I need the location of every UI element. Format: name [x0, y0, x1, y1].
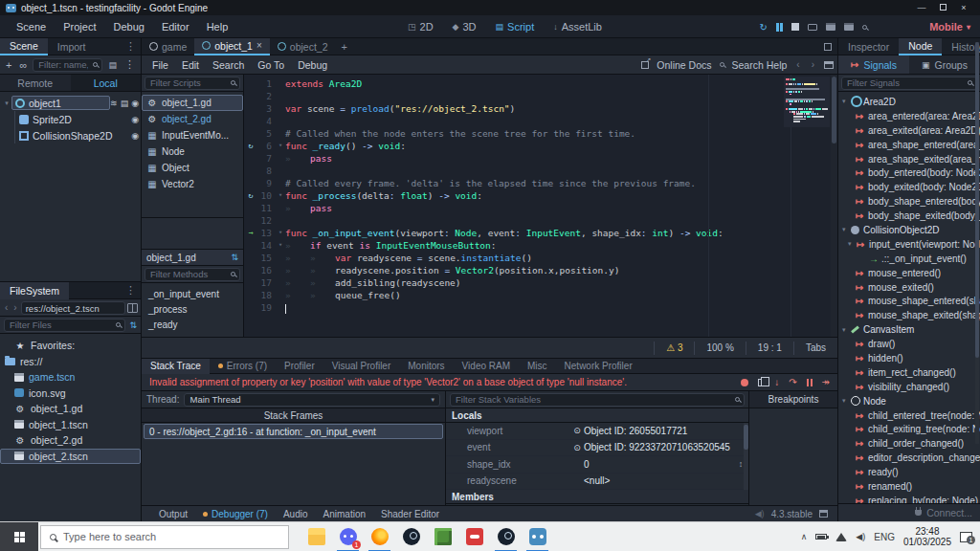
signal-connections-icon[interactable]: ≋ — [110, 99, 118, 108]
signal-tree-row[interactable]: Node — [838, 394, 980, 408]
line-number[interactable]: 1 — [257, 77, 276, 90]
split-view-icon[interactable] — [127, 303, 138, 313]
file-row[interactable]: object_2.tscn — [0, 449, 141, 465]
workspace-tab[interactable]: ◳ 2D — [400, 15, 441, 38]
float-panel-icon[interactable] — [824, 61, 834, 69]
signal-tree-row[interactable]: child_order_changed() — [838, 436, 980, 451]
break-icon[interactable] — [741, 379, 748, 386]
fold-arrow-icon[interactable]: ▾ — [276, 239, 285, 252]
dock-tab[interactable]: Inspector — [838, 38, 899, 55]
copy-error-icon[interactable] — [758, 379, 765, 386]
distraction-free-icon[interactable] — [824, 43, 832, 51]
keyboard-language[interactable]: ENG — [874, 532, 895, 542]
pause-button[interactable] — [776, 23, 783, 32]
code-line-15[interactable]: 15»»var readyscene = scene.instantiate() — [244, 252, 837, 264]
signal-tree-row[interactable]: renamed() — [838, 479, 980, 494]
script-list-item[interactable]: object_2.gd — [142, 111, 243, 127]
signal-tree-row[interactable]: input_event(viewport: Nod... — [838, 237, 980, 252]
scene-tab[interactable]: object_2 — [270, 38, 336, 55]
current-path[interactable]: res://object_2.tscn — [21, 301, 125, 315]
line-number[interactable]: 14 — [257, 239, 276, 252]
bottom-panel-tab[interactable]: Output — [151, 509, 195, 519]
step-over-icon[interactable]: ↷ — [789, 377, 796, 387]
signal-tree-row[interactable]: .::_on_input_event() — [838, 252, 980, 266]
code-line-16[interactable]: 16»»readyscene.position = Vector2(positi… — [244, 264, 837, 276]
visibility-eye-icon[interactable]: ◉ — [131, 99, 139, 108]
scene-node-collisionshape2d[interactable]: CollisionShape2D ◉ — [0, 127, 141, 143]
code-line-8[interactable]: 8 — [244, 165, 837, 177]
menu-item[interactable]: Project — [55, 21, 104, 33]
groups-tab[interactable]: ▣ Groups — [909, 55, 980, 74]
history-forward-icon[interactable]: › — [810, 59, 816, 70]
signal-tree-row[interactable]: Area2D — [838, 95, 980, 109]
signals-tab[interactable]: ↦ Signals — [838, 55, 909, 74]
script-list-item[interactable]: object_1.gd — [142, 95, 243, 111]
taskbar-app-button[interactable] — [458, 522, 490, 551]
filter-stack-variables-input[interactable] — [450, 393, 745, 407]
code-line-18[interactable]: 18»»queue_free() — [244, 289, 837, 301]
line-number[interactable]: 9 — [257, 177, 276, 189]
code-line-5[interactable]: 5# Called when the node enters the scene… — [244, 127, 837, 140]
signal-tree-row[interactable]: body_exited(body: Node2D) — [838, 180, 980, 194]
attach-script-icon[interactable]: ▤ — [106, 60, 119, 70]
nav-forward-icon[interactable]: › — [11, 302, 18, 313]
code-line-12[interactable]: 12 — [244, 214, 837, 227]
local-variable-row[interactable]: shape_idx 0 — [446, 456, 748, 474]
workspace-tab[interactable]: ◆ 3D — [445, 15, 484, 38]
wifi-icon[interactable] — [835, 533, 847, 541]
pin-panel-icon[interactable] — [819, 510, 828, 518]
line-number[interactable]: 8 — [257, 165, 276, 177]
add-node-button[interactable]: + — [4, 59, 13, 71]
filter-signals-input[interactable] — [841, 77, 977, 90]
line-number[interactable]: 5 — [257, 127, 276, 140]
line-number[interactable]: 4 — [257, 115, 276, 127]
line-number[interactable]: 11 — [257, 202, 276, 214]
code-text[interactable]: »»readyscene.position = Vector2(position… — [285, 264, 619, 276]
code-text[interactable]: func _process(delta: float) -> void: — [285, 189, 482, 202]
debugger-tab[interactable]: Monitors — [399, 359, 453, 374]
clock[interactable]: 23:48 01/03/2025 — [903, 526, 951, 547]
dock-tab[interactable]: Node — [899, 38, 942, 55]
bottom-panel-tab[interactable]: Audio — [276, 509, 316, 519]
scene-node-sprite2d[interactable]: Sprite2D ◉ — [0, 111, 141, 127]
movie-maker-icon[interactable] — [826, 23, 835, 31]
dock-tab[interactable]: Import — [48, 38, 96, 55]
line-number[interactable]: 2 — [257, 90, 276, 102]
warnings-counter[interactable]: ⚠ 3 — [654, 342, 694, 355]
signal-tree-row[interactable]: body_shape_entered(body_... — [838, 194, 980, 209]
line-number[interactable]: 16 — [257, 264, 276, 276]
code-text[interactable]: func _ready() -> void: — [285, 140, 406, 152]
sort-files-icon[interactable]: ⇅ — [129, 320, 137, 330]
line-number[interactable]: 6 — [257, 140, 276, 152]
taskbar-app-button[interactable] — [364, 522, 395, 551]
signal-tree-row[interactable]: area_shape_entered(area_r... — [838, 138, 980, 152]
code-line-9[interactable]: 9# Called every frame. 'delta' is the el… — [244, 177, 837, 189]
maximize-button[interactable] — [932, 3, 953, 12]
debug-pause-icon[interactable] — [807, 379, 813, 386]
sort-methods-icon[interactable]: ⇅ — [231, 253, 238, 262]
script-list-item[interactable]: Node — [142, 143, 243, 160]
taskbar-search[interactable] — [40, 525, 289, 549]
script-menu-item[interactable]: File — [145, 59, 175, 71]
bottom-panel-tab[interactable]: Debugger (7) — [195, 509, 276, 519]
code-line-17[interactable]: 17»»add_sibling(readyscene) — [244, 276, 837, 289]
signal-tree-row[interactable]: child_entered_tree(node: N... — [838, 408, 980, 423]
code-line-4[interactable]: 4 — [244, 115, 837, 127]
menu-item[interactable]: Debug — [104, 21, 152, 33]
signal-tree-row[interactable]: body_entered(body: Node2... — [838, 165, 980, 180]
file-filter-input[interactable] — [4, 319, 125, 332]
code-text[interactable] — [285, 301, 286, 314]
connect-button[interactable]: Connect... — [926, 507, 972, 518]
collapse-arrow-icon[interactable]: ▾ — [2, 99, 11, 107]
code-text[interactable]: # Called when the node enters the scene … — [285, 127, 635, 140]
menu-item[interactable]: Editor — [153, 21, 198, 33]
code-minimap[interactable] — [784, 77, 830, 127]
local-variable-row[interactable]: event Object ID: 9223372071063520545 — [446, 440, 748, 457]
indent-mode[interactable]: Tabs — [793, 342, 837, 355]
debugger-tab[interactable]: Misc — [519, 359, 556, 374]
thread-dropdown[interactable]: Main Thread ▾ — [184, 393, 440, 407]
filter-scripts-input[interactable] — [145, 77, 240, 90]
volume-icon[interactable]: ◀) — [856, 532, 865, 541]
signal-tree-row[interactable]: area_entered(area: Area2D) — [838, 109, 980, 123]
bottom-panel-tab[interactable]: Shader Editor — [373, 509, 447, 519]
